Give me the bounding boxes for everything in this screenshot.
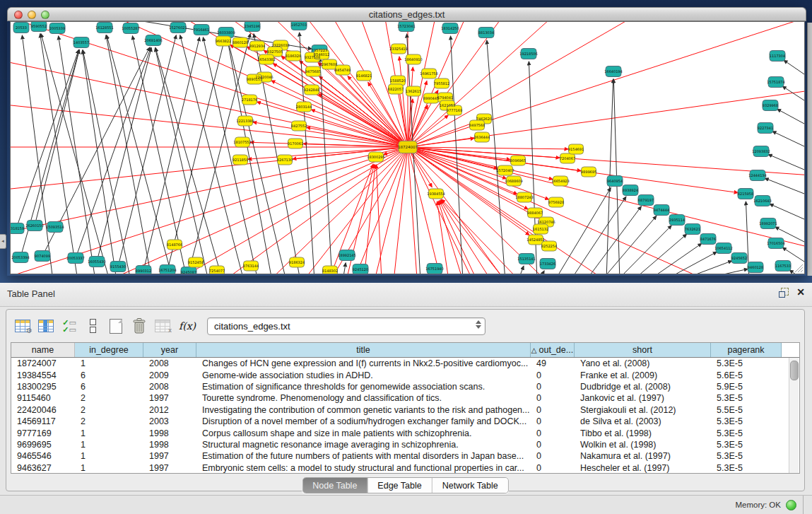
- graph-edge[interactable]: [41, 34, 110, 274]
- graph-edge[interactable]: [777, 109, 804, 124]
- table-scrollbar-thumb[interactable]: [790, 361, 799, 380]
- graph-edge[interactable]: [765, 178, 804, 194]
- graph-edge[interactable]: [399, 57, 408, 147]
- graph-edge[interactable]: [343, 263, 346, 274]
- graph-edge[interactable]: [539, 271, 544, 274]
- graph-node-label: 9211850: [233, 158, 248, 162]
- function-builder-button[interactable]: f(x): [175, 315, 199, 337]
- panel-collapse-handle[interactable]: ◂: [0, 234, 6, 249]
- graph-edge[interactable]: [180, 35, 244, 274]
- column-header-short[interactable]: short: [575, 343, 711, 357]
- graph-edge[interactable]: [407, 34, 420, 274]
- graph-edge[interactable]: [440, 201, 477, 274]
- graph-edge[interactable]: [408, 22, 804, 147]
- column-header-title[interactable]: title: [196, 343, 531, 357]
- table-row[interactable]: 1938455462009Genome-wide association stu…: [11, 369, 799, 380]
- graph-edge[interactable]: [408, 22, 804, 147]
- memory-status-indicator[interactable]: [786, 500, 796, 510]
- graph-edge[interactable]: [16, 49, 78, 228]
- table-cell: 2008: [143, 358, 196, 368]
- graph-edge[interactable]: [320, 58, 332, 274]
- graph-edge[interactable]: [695, 269, 748, 274]
- graph-edge[interactable]: [83, 50, 117, 274]
- graph-edge[interactable]: [22, 35, 53, 274]
- delete-column-button[interactable]: [129, 315, 150, 337]
- graph-edge[interactable]: [143, 37, 199, 271]
- graph-edge[interactable]: [782, 86, 804, 100]
- delete-table-button[interactable]: x: [152, 315, 173, 337]
- graph-edge[interactable]: [772, 132, 804, 146]
- table-row[interactable]: 977716911998Corpus callosum shape and si…: [11, 427, 799, 438]
- tab-network-table[interactable]: Network Table: [433, 478, 508, 493]
- table-options-button[interactable]: ⚙: [12, 315, 33, 337]
- table-row[interactable]: 969969511998Structural magnetic resonanc…: [11, 439, 799, 450]
- table-row[interactable]: 946554611997Estimation of the future num…: [11, 450, 799, 462]
- graph-edge[interactable]: [97, 48, 151, 262]
- tab-node-table[interactable]: Node Table: [302, 478, 367, 493]
- graph-edge[interactable]: [408, 22, 804, 147]
- table-scrollbar[interactable]: [789, 358, 799, 473]
- graph-edge[interactable]: [132, 36, 187, 274]
- graph-edge[interactable]: [189, 34, 250, 272]
- graph-edge[interactable]: [40, 34, 78, 274]
- graph-edge[interactable]: [437, 201, 449, 274]
- network-window-titlebar[interactable]: citations_edges.txt: [7, 7, 806, 21]
- table-row[interactable]: 1456911722003Disruption of a novel membe…: [11, 416, 799, 427]
- column-header-out-degree[interactable]: △ out_de...: [531, 343, 575, 357]
- column-header-year[interactable]: year: [143, 343, 196, 357]
- table-row[interactable]: 1830029562008Estimation of significance …: [11, 381, 799, 392]
- graph-edge[interactable]: [408, 22, 804, 147]
- table-cell: 0: [531, 370, 575, 380]
- network-table-selector[interactable]: citations_edges.txt: [207, 317, 486, 335]
- select-all-columns-button[interactable]: ✓▭✓▭: [59, 315, 80, 337]
- graph-edge[interactable]: [440, 200, 491, 274]
- graph-edge[interactable]: [408, 22, 804, 147]
- table-cell: 5.3E-5: [711, 440, 782, 450]
- graph-edge[interactable]: [59, 36, 95, 274]
- table-row[interactable]: 946362711997Embryonic stem cells: a mode…: [11, 462, 799, 474]
- table-row[interactable]: 1872400712008Changes of HCN gene express…: [11, 358, 799, 369]
- graph-edge[interactable]: [648, 243, 702, 274]
- show-columns-button[interactable]: [35, 315, 57, 337]
- graph-node-label: 9152458: [188, 260, 204, 264]
- graph-node-label: 8763144: [243, 264, 259, 268]
- tab-edge-table[interactable]: Edge Table: [367, 478, 432, 493]
- table-cell: 2003: [143, 416, 196, 426]
- create-new-column-button[interactable]: [105, 315, 126, 337]
- graph-edge[interactable]: [586, 206, 641, 274]
- window-resize-grip[interactable]: [792, 262, 804, 273]
- graph-edge[interactable]: [782, 247, 804, 262]
- column-header-pagerank[interactable]: pagerank: [711, 343, 782, 357]
- graph-edge[interactable]: [64, 147, 408, 274]
- graph-node-label: 1615132: [533, 227, 548, 231]
- graph-edge[interactable]: [408, 22, 782, 147]
- graph-edge[interactable]: [364, 165, 375, 274]
- graph-edge[interactable]: [107, 35, 173, 274]
- checklist-icon: ✓▭✓▭: [62, 319, 76, 333]
- float-panel-icon[interactable]: [779, 288, 788, 297]
- graph-edge[interactable]: [768, 154, 804, 170]
- graph-edge[interactable]: [617, 226, 671, 274]
- graph-edge[interactable]: [601, 216, 657, 274]
- graph-edge[interactable]: [518, 266, 524, 274]
- graph-node-label: 1403557: [73, 40, 89, 45]
- graph-edge[interactable]: [770, 204, 804, 219]
- graph-edge[interactable]: [257, 102, 408, 147]
- graph-edge[interactable]: [83, 50, 131, 274]
- graph-edge[interactable]: [664, 252, 717, 274]
- graph-edge[interactable]: [254, 34, 300, 274]
- graph-edge[interactable]: [442, 199, 519, 274]
- background-window-edge: [807, 23, 812, 276]
- graph-node-label: 18807243: [515, 195, 533, 199]
- close-panel-icon[interactable]: ✕: [796, 288, 805, 297]
- graph-edge[interactable]: [784, 60, 804, 74]
- table-row[interactable]: 911546021997Tourette syndrome. Phenomeno…: [11, 392, 799, 404]
- column-header-in-degree[interactable]: in_degree: [75, 343, 143, 357]
- unselect-all-columns-button[interactable]: [82, 315, 103, 337]
- graph-edge[interactable]: [167, 40, 224, 270]
- graph-edge[interactable]: [35, 50, 79, 226]
- table-row[interactable]: 2242004622012Investigating the contribut…: [11, 404, 799, 416]
- column-header-name[interactable]: name: [11, 343, 75, 357]
- new-document-icon: [110, 319, 122, 334]
- network-canvas[interactable]: 2053395905522005339140355716128551100552…: [11, 22, 804, 274]
